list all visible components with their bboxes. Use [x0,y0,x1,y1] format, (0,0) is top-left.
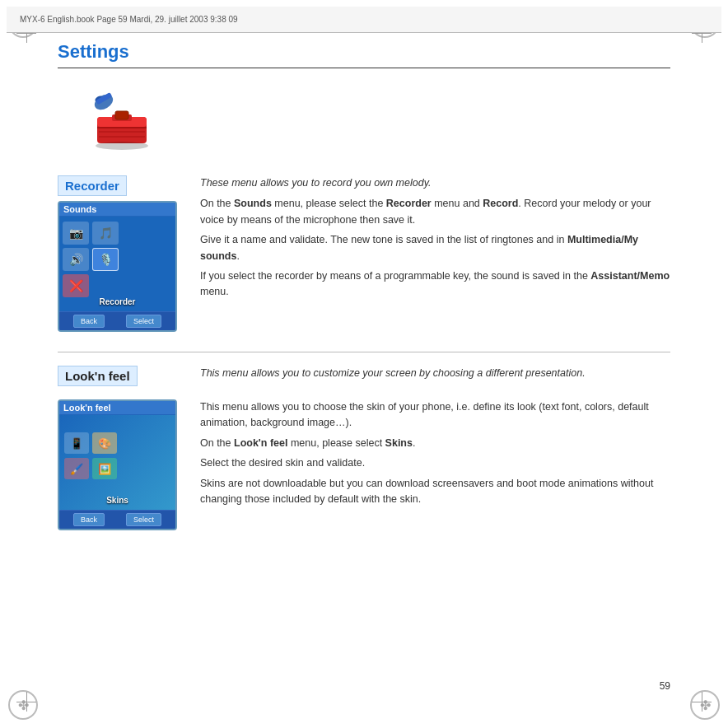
recorder-left: Recorder Sounds 📷 🎵 🔊 🎙️ [58,175,185,332]
lnf-icon-3: 🖌️ [64,458,89,479]
recorder-heading: Recorder [58,175,127,196]
looknfeel-phone-navbar: Back Select [59,510,175,529]
svg-point-10 [96,142,148,150]
recorder-bold-multimedia: Multimedia/My sounds [200,234,638,261]
looknfeel-body-3: Select the desired skin and validate. [200,455,670,471]
phone-icon-2: 🎵 [92,222,119,245]
recorder-phone-label: Recorder [59,297,175,306]
svg-point-0 [91,91,115,113]
phone-icon-5: ❌ [63,274,89,297]
looknfeel-select-button[interactable]: Select [126,513,161,526]
toolbox-icon [81,86,155,152]
recorder-section: Recorder Sounds 📷 🎵 🔊 🎙️ [58,175,670,332]
looknfeel-right: This menu allows you to choose the skin … [200,399,670,511]
looknfeel-heading: Look'n feel [58,366,138,386]
section-divider [58,352,670,352]
recorder-phone-navbar: Back Select [59,311,175,330]
phone-icon-3: 🔊 [63,248,89,271]
looknfeel-back-button[interactable]: Back [73,513,105,526]
lnf-bold-menu: Look'n feel [234,437,287,449]
recorder-phone-mockup: Sounds 📷 🎵 🔊 🎙️ ❌ [58,201,177,332]
crosshair-br [692,692,712,712]
crosshair-bl [16,692,36,712]
recorder-body-2: Give it a name and validate. The new ton… [200,232,670,264]
svg-rect-7 [115,111,128,119]
phone-icon-recorder-selected: 🎙️ [92,248,119,271]
page-number: 59 [660,680,670,692]
looknfeel-phone-label: Skins [59,496,175,505]
recorder-image-area [58,82,185,162]
looknfeel-body-2: On the Look'n feel menu, please select S… [200,436,670,451]
recorder-back-button[interactable]: Back [73,315,105,328]
page-title: Settings [58,41,670,68]
recorder-body-1: On the Sounds menu, please select the Re… [200,196,670,228]
phone-icon-1: 📷 [63,222,89,245]
recorder-body-3: If you select the recorder by means of a… [200,268,670,301]
looknfeel-body-1: This menu allows you to choose the skin … [200,399,670,432]
recorder-phone-title: Sounds [59,203,175,217]
lnf-icon-1: 📱 [64,432,89,454]
looknfeel-left: Look'n feel 📱 🎨 🖌️ 🖼️ [58,399,185,530]
recorder-bold-record: Record [483,198,518,209]
recorder-intro: These menu allows you to record you own … [200,175,670,191]
looknfeel-section: Look'n feel 📱 🎨 🖌️ 🖼️ [58,399,670,530]
looknfeel-phone-screen: 📱 🎨 🖌️ 🖼️ Skins [59,415,175,510]
header-text: MYX-6 English.book Page 59 Mardi, 29. ju… [20,15,238,24]
looknfeel-intro-right: This menu allows you to customize your s… [200,366,670,386]
recorder-bold-recorder: Recorder [386,198,432,209]
looknfeel-heading-left: Look'n feel [58,366,185,391]
looknfeel-phone-title: Look'n feel [59,401,175,415]
recorder-right: These menu allows you to record you own … [200,175,670,305]
recorder-phone-screen: 📷 🎵 🔊 🎙️ ❌ Recorder [59,217,175,311]
svg-rect-6 [97,127,147,128]
main-content: Settings [49,33,679,695]
lnf-icon-4: 🖼️ [92,458,117,479]
looknfeel-intro: This menu allows you to customize your s… [200,366,670,381]
lnf-bold-skins: Skins [385,437,413,449]
recorder-bold-sounds: Sounds [234,198,272,209]
header-strip: MYX-6 English.book Page 59 Mardi, 29. ju… [7,7,721,33]
looknfeel-body-4: Skins are not downloadable but you can d… [200,476,670,508]
looknfeel-phone-mockup: Look'n feel 📱 🎨 🖌️ 🖼️ [58,399,177,530]
recorder-select-button[interactable]: Select [126,315,161,328]
looknfeel-screen-icons: 📱 🎨 🖌️ 🖼️ [64,422,170,490]
recorder-bold-assistant: Assistant/Memo [590,270,670,282]
lnf-icon-2: 🎨 [92,432,117,454]
